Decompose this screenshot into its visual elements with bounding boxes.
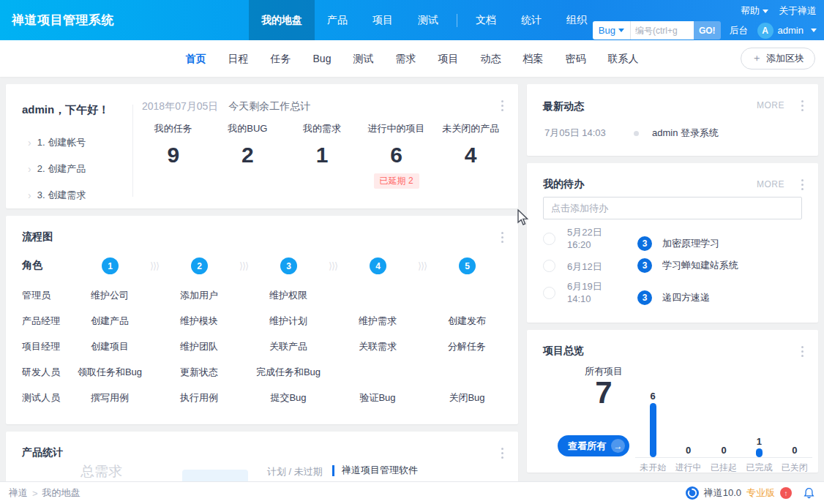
nav-test[interactable]: 测试	[405, 0, 451, 40]
chevron-down-icon	[618, 29, 624, 32]
stats-row: 我的任务 9 我的BUG 2 我的需求 1 进行中的项目 6 已延期 2 未	[136, 122, 508, 189]
nav-doc[interactable]: 文档	[463, 0, 509, 40]
bar[interactable]	[650, 403, 656, 457]
flow-link[interactable]: 撰写用例	[65, 391, 154, 405]
tab-calendar[interactable]: 日程	[217, 40, 260, 77]
flow-link[interactable]: 关闭Bug	[422, 391, 512, 405]
flow-link[interactable]: 分解任务	[422, 340, 512, 353]
step-create-product[interactable]: ›2. 创建产品	[28, 156, 86, 182]
step-circle-3: 3	[280, 257, 297, 274]
nav-project[interactable]: 项目	[360, 0, 405, 40]
todo-title: 我的待办	[543, 178, 584, 191]
bar-category-label: 已挂起	[711, 462, 737, 474]
breadcrumb: 禅道 > 我的地盘	[9, 486, 80, 500]
flow-link[interactable]: 维护公司	[65, 289, 154, 302]
search-type-select[interactable]: Bug	[593, 21, 631, 40]
breadcrumb-home[interactable]: 禅道	[9, 486, 28, 500]
add-block-button[interactable]: ＋ 添加区块	[741, 48, 815, 69]
help-menu[interactable]: 帮助	[741, 4, 768, 18]
step-circle-1: 1	[102, 257, 119, 274]
stat-my-stories: 我的需求 1	[285, 122, 359, 189]
flow-link[interactable]: 领取任务和Bug	[65, 366, 154, 379]
bar-category-label: 已关闭	[782, 462, 808, 474]
search-go-button[interactable]: GO!	[694, 21, 721, 40]
primary-nav: 我的地盘 产品 项目 测试 文档 统计 组织	[249, 0, 599, 40]
flow-link[interactable]: 创建项目	[65, 340, 154, 353]
flow-link[interactable]: 创建产品	[65, 315, 154, 328]
flow-link[interactable]: 维护模块	[154, 315, 244, 328]
todo-checkbox[interactable]	[543, 260, 555, 272]
flow-link[interactable]: 提交Bug	[244, 391, 333, 405]
delayed-badge[interactable]: 已延期 2	[374, 173, 419, 189]
panel-menu-button[interactable]	[500, 99, 505, 113]
todo-text: 加密原理学习	[662, 236, 719, 251]
step-create-account[interactable]: ›1. 创建帐号	[28, 129, 86, 156]
bar-column: 0已关闭	[777, 387, 812, 474]
tab-bug[interactable]: Bug	[302, 40, 342, 77]
backend-link[interactable]: 后台	[730, 24, 749, 37]
todo-text: 递四方速递	[662, 290, 710, 305]
flow-link[interactable]: 关联产品	[244, 340, 333, 353]
flow-link[interactable]: 更新状态	[154, 366, 244, 379]
tab-story[interactable]: 需求	[384, 40, 427, 77]
priority-badge: 3	[637, 290, 652, 305]
todo-item[interactable]: 6月12日 3 学习蝉知建站系统	[543, 258, 806, 273]
todo-text: 学习蝉知建站系统	[662, 258, 738, 273]
todo-item[interactable]: 6月19日14:10 3 递四方速递	[543, 280, 806, 305]
activity-item[interactable]: 7月05日 14:03 admin 登录系统	[544, 127, 719, 140]
tab-home[interactable]: 首页	[175, 40, 217, 77]
tab-dynamic[interactable]: 动态	[469, 40, 512, 77]
add-todo-input[interactable]	[543, 197, 802, 219]
tab-project[interactable]: 项目	[427, 40, 469, 77]
panel-menu-button[interactable]	[500, 446, 505, 460]
tab-profile[interactable]: 档案	[512, 40, 554, 77]
panel-menu-button[interactable]	[500, 230, 505, 244]
bar-column: 0已挂起	[706, 387, 741, 474]
view-all-button[interactable]: 查看所有 →	[558, 435, 629, 456]
nav-my-dashboard[interactable]: 我的地盘	[249, 0, 315, 40]
more-link[interactable]: MORE	[757, 100, 784, 110]
todo-list: 5月22日16:20 3 加密原理学习 6月12日 3 学习蝉知建站系统 6月1…	[543, 226, 806, 312]
user-menu[interactable]: A admin	[757, 23, 817, 39]
flow-row-project-manager: 项目经理 创建项目 维护团队 关联产品 关联需求 分解任务	[6, 340, 518, 356]
more-link[interactable]: MORE	[757, 179, 784, 189]
tab-contacts[interactable]: 联系人	[596, 40, 649, 77]
greeting-panel: admin，下午好！ ›1. 创建帐号 ›2. 创建产品 ›3. 创建需求 20…	[6, 84, 518, 208]
step-create-story[interactable]: ›3. 创建需求	[28, 182, 86, 208]
about-link[interactable]: 关于禅道	[779, 4, 817, 18]
flow-link[interactable]: 维护权限	[244, 289, 333, 302]
bar[interactable]	[756, 448, 763, 457]
flow-link[interactable]: 验证Bug	[333, 391, 422, 405]
version-label: 禅道10.0	[704, 486, 741, 500]
flow-link[interactable]: 创建发布	[422, 315, 512, 328]
tab-password[interactable]: 密码	[554, 40, 596, 77]
global-search: Bug GO!	[593, 21, 721, 40]
priority-badge: 3	[637, 236, 652, 251]
todo-item[interactable]: 5月22日16:20 3 加密原理学习	[543, 226, 806, 251]
legend-bar-icon	[332, 465, 334, 476]
upgrade-icon[interactable]: ↑	[780, 487, 792, 499]
nav-product[interactable]: 产品	[315, 0, 360, 40]
tab-task[interactable]: 任务	[260, 40, 302, 77]
flow-link[interactable]: 维护计划	[244, 315, 333, 328]
product-legend[interactable]: 禅道项目管理软件	[332, 464, 418, 477]
plus-icon: ＋	[752, 52, 762, 65]
tab-test[interactable]: 测试	[342, 40, 384, 77]
flow-link[interactable]: 关联需求	[333, 340, 422, 353]
flow-link[interactable]: 添加用户	[154, 289, 244, 302]
edition-label[interactable]: 专业版	[746, 486, 775, 500]
nav-report[interactable]: 统计	[509, 0, 554, 40]
panel-menu-button[interactable]	[800, 99, 805, 113]
all-projects-count: 7	[563, 375, 644, 410]
flow-link[interactable]: 维护团队	[154, 340, 244, 353]
todo-checkbox[interactable]	[543, 287, 555, 299]
flow-link[interactable]: 维护需求	[333, 315, 422, 328]
todo-checkbox[interactable]	[543, 233, 555, 245]
panel-menu-button[interactable]	[800, 345, 805, 358]
bar-category-label: 进行中	[675, 462, 702, 474]
search-input[interactable]	[631, 21, 694, 40]
flow-link[interactable]: 完成任务和Bug	[244, 366, 333, 379]
panel-menu-button[interactable]	[800, 178, 805, 192]
notification-bell-icon[interactable]	[803, 486, 815, 500]
flow-link[interactable]: 执行用例	[154, 391, 244, 405]
